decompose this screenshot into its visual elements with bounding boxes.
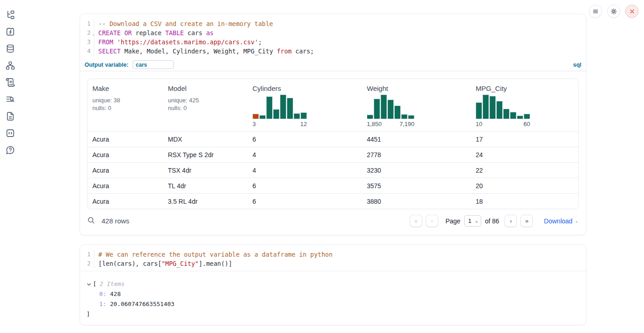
histogram-bar [367, 115, 373, 119]
hist-max-label: 7,190 [399, 121, 414, 127]
table-cell: 3575 [362, 182, 471, 190]
settings-gear-icon[interactable] [607, 5, 620, 18]
weight-histogram [367, 95, 414, 119]
snippets-icon[interactable] [5, 128, 15, 138]
histogram-bar [273, 109, 279, 119]
table-cell: 4451 [362, 136, 471, 143]
histogram-bar [259, 115, 266, 119]
column-header-make[interactable]: Make unique: 38 nulls: 0 [88, 79, 163, 131]
last-page-button[interactable]: » [521, 215, 533, 227]
data-table: Make unique: 38 nulls: 0 Model unique: 4… [87, 79, 579, 209]
table-cell: TSX 4dr [163, 167, 248, 174]
column-nulls-stat: nulls: 0 [168, 104, 244, 112]
histogram-bar [387, 100, 394, 119]
chevron-down-icon: ⌄ [475, 218, 478, 223]
tree-entry: 1: 20.060747663551403 [99, 299, 580, 309]
datasources-icon[interactable] [5, 44, 15, 53]
table-cell: 2778 [362, 151, 471, 159]
column-header-cylinders[interactable]: Cylinders 3 12 [248, 79, 362, 131]
python-cell: 12# We can reference the output variable… [80, 244, 586, 325]
table-cell: 22 [471, 167, 578, 174]
table-cell: Acura [88, 182, 163, 190]
table-cell: TL 4dr [163, 182, 248, 190]
table-cell: 20 [471, 182, 578, 190]
logs-icon[interactable] [5, 95, 15, 104]
shutdown-close-icon[interactable] [625, 5, 639, 18]
hist-min-label: 10 [476, 121, 482, 127]
python-code-editor[interactable]: 12# We can reference the output variable… [80, 245, 586, 271]
histogram-bar [510, 112, 516, 119]
tree-entry: 0: 428 [99, 289, 580, 299]
table-cell: 3230 [362, 167, 471, 174]
scratchpad-icon[interactable] [5, 78, 15, 87]
page-number-select[interactable]: 1 ⌄ [464, 215, 482, 227]
fold-chevron-icon: ⌄ [92, 29, 95, 38]
table-footer: 428 rows « ‹ Page 1 ⌄ of 86 › » Download… [87, 215, 579, 227]
table-cell: 3880 [362, 198, 471, 205]
table-body: AcuraMDX6445117AcuraRSX Type S 2dr427782… [88, 131, 578, 209]
output-variable-input[interactable] [133, 60, 174, 69]
sql-cell-footer: Output variable: sql [80, 58, 586, 71]
menu-icon[interactable] [589, 5, 602, 18]
histogram-bar [374, 99, 380, 119]
column-header-model[interactable]: Model unique: 425 nulls: 0 [163, 79, 248, 131]
table-cell: 17 [471, 136, 578, 143]
hist-min-label: 1,850 [367, 121, 382, 127]
column-unique-stat: unique: 425 [168, 96, 244, 104]
table-cell: RSX Type S 2dr [163, 151, 248, 159]
histogram-bar [394, 106, 401, 119]
page-label: Page [445, 217, 461, 225]
dependency-graph-icon[interactable] [5, 61, 15, 70]
table-row[interactable]: AcuraRSX Type S 2dr4277824 [88, 147, 578, 162]
histogram-bar [496, 101, 503, 119]
histogram-bar [287, 98, 293, 119]
prev-page-button[interactable]: ‹ [426, 215, 438, 227]
cylinders-histogram [252, 95, 307, 119]
table-row[interactable]: AcuraTSX 4dr4323022 [88, 162, 578, 178]
first-page-button[interactable]: « [410, 215, 422, 227]
histogram-bar [381, 95, 387, 119]
table-cell: 4 [248, 151, 362, 159]
variables-icon[interactable] [5, 27, 15, 37]
table-row[interactable]: AcuraTL 4dr6357520 [88, 178, 578, 193]
histogram-bar [280, 95, 286, 119]
column-header-weight[interactable]: Weight 1,850 7,190 [362, 79, 471, 131]
table-header-row: Make unique: 38 nulls: 0 Model unique: 4… [88, 79, 578, 131]
sql-cell: 12⌄34-- Download a CSV and create an in-… [80, 14, 586, 235]
row-count-label: 428 rows [102, 217, 129, 225]
histogram-bar [503, 109, 510, 119]
tree-close-bracket: ] [86, 309, 580, 319]
table-cell: MDX [163, 136, 248, 143]
language-badge: sql [573, 62, 581, 68]
chevron-down-icon[interactable] [86, 282, 91, 287]
hist-min-label: 3 [252, 121, 256, 127]
table-cell: Acura [88, 198, 163, 205]
file-tree-icon[interactable] [5, 10, 15, 20]
table-cell: 3.5 RL 4dr [163, 198, 248, 205]
histogram-bar [517, 116, 523, 119]
search-icon[interactable] [87, 217, 95, 226]
table-row[interactable]: AcuraMDX6445117 [88, 131, 578, 147]
histogram-bar [401, 114, 408, 119]
notebook-actions-toolbar [589, 5, 639, 18]
column-unique-stat: unique: 38 [92, 96, 160, 104]
table-row[interactable]: Acura3.5 RL 4dr6388018 [88, 193, 578, 209]
table-cell: 6 [248, 136, 362, 143]
table-cell: Acura [88, 167, 163, 174]
column-header-mpg-city[interactable]: MPG_City 10 60 [471, 79, 578, 131]
table-cell: Acura [88, 151, 163, 159]
histogram-bar [252, 114, 259, 119]
hist-max-label: 12 [301, 121, 307, 127]
next-page-button[interactable]: › [504, 215, 517, 227]
histogram-bar [476, 102, 482, 119]
documentation-icon[interactable] [5, 111, 15, 121]
sql-code-editor[interactable]: 12⌄34-- Download a CSV and create an in-… [80, 14, 586, 58]
histogram-bar [266, 96, 273, 119]
histogram-bar [408, 115, 414, 119]
help-icon[interactable] [5, 145, 15, 155]
tree-open-bracket: [ [93, 279, 97, 289]
table-cell: 24 [471, 151, 578, 159]
tree-items-count: 2 Items [100, 279, 125, 289]
download-button[interactable]: Download ⌄ [544, 217, 579, 225]
page-total-label: of 86 [485, 217, 499, 225]
